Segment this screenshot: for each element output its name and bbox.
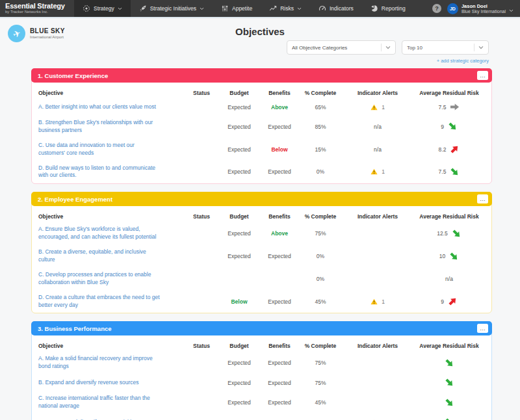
gauge-icon — [318, 5, 326, 12]
nav-item-appetite[interactable]: Appetite — [213, 0, 261, 17]
budget-value: Expected — [218, 399, 260, 406]
objective-link[interactable]: A. Make a solid financial recovery and i… — [38, 355, 185, 371]
chevron-down-icon — [118, 7, 122, 10]
objective-link[interactable]: B. Create a diverse, equitable, and incl… — [38, 248, 185, 264]
nav-item-label: Indicators — [330, 5, 354, 12]
trend-arrow-down-icon — [442, 376, 456, 389]
objective-row: D. Create a culture that embraces the ne… — [32, 291, 491, 313]
objective-link[interactable]: D. Build new ways to listen to and commu… — [38, 164, 185, 180]
more-options-button[interactable]: … — [477, 324, 488, 333]
category-header: 3. Business Performance… — [31, 321, 492, 335]
budget-value: Below — [218, 298, 260, 305]
percent-complete: 65% — [299, 104, 342, 111]
benefits-value: Expected — [260, 168, 299, 175]
residual-risk-cell: 9 — [413, 122, 485, 131]
risk-value: 7.5 — [439, 168, 447, 175]
warning-icon — [370, 168, 378, 175]
benefits-value: Expected — [260, 124, 299, 130]
page-header: ✈ BLUE SKY International Airport Objecti… — [0, 18, 520, 68]
app-title: Essential Strategy — [5, 3, 68, 10]
nav-item-reporting[interactable]: Reporting — [362, 0, 414, 17]
trend-arrow-down-icon — [447, 249, 461, 263]
objectives-list: 1. Customer Experience…ObjectiveStatusBu… — [0, 68, 520, 420]
nav-item-indicators[interactable]: Indicators — [310, 0, 362, 17]
residual-risk-cell: 8.2 — [413, 144, 485, 154]
objective-row: C. Develop processes and practices to en… — [32, 268, 491, 291]
nav-item-label: Reporting — [382, 5, 406, 12]
nav-item-strategy[interactable]: Strategy — [74, 0, 131, 17]
objective-row: B. Expand and diversify revenue sourcesE… — [32, 374, 491, 391]
risk-value: 10 — [439, 253, 445, 259]
trend-arrow-right-icon — [450, 102, 460, 112]
risk-value: 8.2 — [439, 146, 447, 153]
user-menu[interactable]: JD Jason Doel Blue Sky International — [447, 2, 514, 15]
objective-link[interactable]: C. Develop processes and practices to en… — [38, 271, 185, 287]
percent-complete: 0% — [299, 168, 342, 175]
column-header: Objective — [38, 343, 185, 349]
residual-risk-cell: 12.5 — [413, 229, 485, 239]
risk-value: 9 — [441, 298, 444, 305]
residual-risk-cell — [413, 378, 485, 387]
objective-row: D. Build new ways to listen to and commu… — [32, 161, 491, 184]
column-header: Budget — [218, 90, 260, 96]
top-nav: Essential Strategy by Tracker Networks I… — [0, 0, 520, 18]
chevron-down-icon — [478, 46, 484, 49]
objective-link[interactable]: A. Better insight into what our clients … — [38, 103, 185, 111]
more-options-button[interactable]: … — [477, 194, 488, 203]
objective-link[interactable]: B. Strengthen Blue Sky's relationships w… — [38, 119, 185, 135]
objective-link[interactable]: D. Create a culture that embraces the ne… — [38, 294, 185, 309]
indicator-alerts-cell: 1 — [342, 104, 413, 111]
benefits-value: Above — [260, 104, 299, 111]
add-strategic-category-link[interactable]: + add strategic category — [437, 58, 489, 64]
category-title: 1. Customer Experience — [38, 72, 108, 79]
objective-row: B. Create a diverse, equitable, and incl… — [32, 245, 491, 268]
trend-arrow-up-icon — [446, 295, 460, 308]
nav-item-risks[interactable]: Risks — [261, 0, 310, 17]
pie-icon — [370, 5, 378, 12]
indicator-alerts-cell: 1 — [342, 298, 413, 305]
nav-item-label: Appetite — [232, 5, 252, 12]
objective-link[interactable]: C. Use data and innovation to meet our c… — [38, 142, 185, 157]
nav-item-strategic-initiatives[interactable]: Strategic Initiatives — [131, 0, 213, 17]
help-icon[interactable]: ? — [432, 4, 441, 13]
budget-value: Expected — [218, 168, 260, 175]
benefits-value: Expected — [260, 298, 299, 305]
budget-value: Expected — [218, 360, 260, 366]
budget-value: Expected — [218, 146, 260, 153]
alert-count: 1 — [382, 298, 385, 305]
column-header: Average Residual Risk — [413, 90, 485, 96]
objective-link[interactable]: C. Increase international traffic faster… — [38, 395, 185, 410]
trend-arrow-down-icon — [442, 356, 456, 370]
warning-icon — [370, 298, 378, 305]
column-header: Indicator Alerts — [342, 213, 413, 220]
benefits-value: Expected — [260, 253, 299, 259]
residual-risk-cell — [413, 358, 485, 368]
more-options-button[interactable]: … — [477, 71, 488, 80]
trend-arrow-down-icon — [448, 165, 462, 179]
column-header: Average Residual Risk — [413, 343, 485, 349]
residual-risk-cell — [413, 398, 485, 408]
objective-category-select[interactable]: All Objective Categories — [287, 40, 396, 55]
top-n-select[interactable]: Top 10 — [402, 40, 489, 55]
avatar: JD — [447, 3, 458, 14]
category-title: 3. Business Performance — [38, 325, 112, 332]
objective-link[interactable]: A. Ensure Blue Sky's workforce is valued… — [38, 226, 185, 241]
benefits-value: Expected — [260, 399, 299, 406]
risk-value: 9 — [441, 124, 444, 130]
column-header: % Complete — [299, 90, 342, 96]
trend-arrow-down-icon — [446, 120, 460, 133]
alert-count: 1 — [382, 104, 385, 111]
column-header: Status — [185, 90, 218, 96]
trend-icon — [269, 5, 277, 12]
objective-link[interactable]: B. Expand and diversify revenue sources — [38, 379, 185, 387]
nav-item-label: Risks — [280, 5, 294, 12]
target-icon — [83, 5, 90, 12]
trend-arrow-up-icon — [448, 142, 462, 156]
page-title: Objectives — [0, 26, 520, 37]
sliders-icon — [221, 5, 229, 12]
nav-item-label: Strategic Initiatives — [150, 5, 196, 12]
column-header: Objective — [38, 213, 185, 220]
chevron-down-icon — [200, 7, 204, 10]
trend-arrow-down-icon — [442, 415, 456, 420]
objective-row: B. Strengthen Blue Sky's relationships w… — [32, 116, 491, 138]
